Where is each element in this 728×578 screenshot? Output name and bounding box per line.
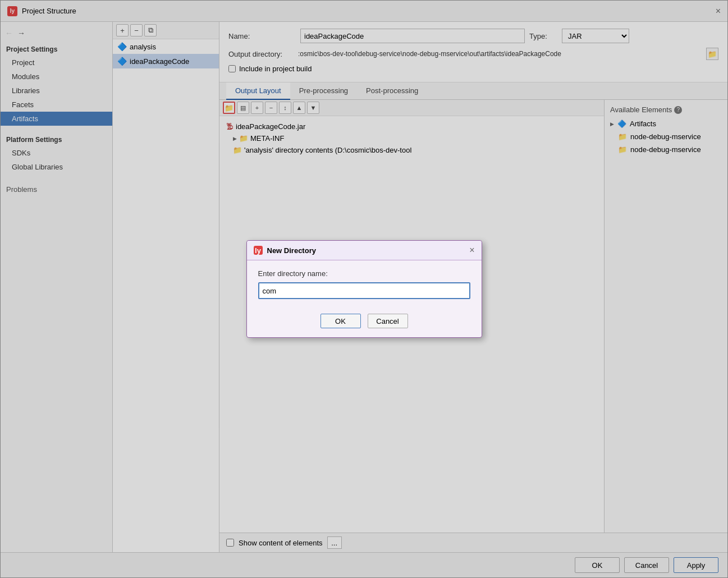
modal-close-button[interactable]: × (469, 245, 474, 255)
new-directory-modal: ly New Directory × Enter directory name:… (246, 240, 482, 338)
modal-cancel-button[interactable]: Cancel (368, 314, 408, 328)
modal-body: Enter directory name: (247, 260, 482, 308)
modal-title-bar: ly New Directory × (247, 241, 482, 260)
modal-ok-button[interactable]: OK (320, 314, 361, 328)
modal-app-icon: ly (254, 246, 263, 255)
modal-prompt-label: Enter directory name: (258, 269, 470, 278)
modal-title: ly New Directory (254, 246, 316, 255)
modal-overlay: ly New Directory × Enter directory name:… (0, 0, 728, 578)
modal-footer: OK Cancel (247, 308, 482, 337)
directory-name-input[interactable] (259, 283, 469, 298)
modal-input-wrapper (258, 282, 470, 299)
